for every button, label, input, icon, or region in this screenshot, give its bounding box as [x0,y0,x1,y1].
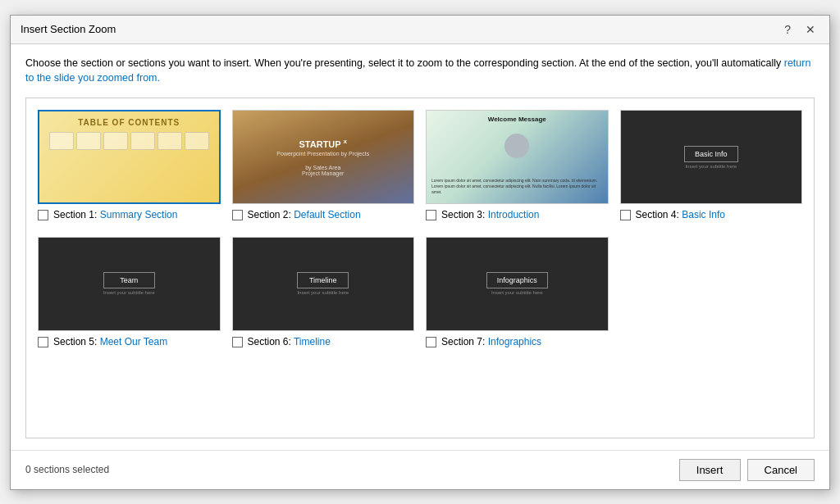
dialog-body: Choose the section or sections you want … [11,44,829,450]
section-item-1[interactable]: TABLE OF CONTENTS [38,110,221,222]
startup-author: by Sales AreaProject Manager [302,165,344,176]
dialog-description: Choose the section or sections you want … [25,56,815,87]
intro-circle [504,134,529,158]
section-thumbnail-6[interactable]: Timeline Insert your subtitle here [232,237,415,331]
section-name-3: Section 3: Introduction [441,209,539,222]
section-name-link-3: Introduction [488,209,540,220]
dialog-titlebar: Insert Section Zoom ? ✕ [11,16,829,44]
toc-box-3 [103,132,128,150]
section-label-row-1: Section 1: Summary Section [38,209,221,222]
section-name-link-5: Meet Our Team [100,336,167,347]
section-name-6: Section 6: Timeline [248,336,331,349]
section-label-row-5: Section 5: Meet Our Team [38,336,221,349]
section-checkbox-2[interactable] [232,210,243,220]
section-checkbox-5[interactable] [38,337,48,347]
intro-text: Lorem ipsum dolor sit amet, consectetur … [431,178,603,195]
section-checkbox-6[interactable] [232,337,243,347]
sections-container: TABLE OF CONTENTS [25,98,815,438]
section-item-3[interactable]: Welcome Message Lorem ipsum dolor sit am… [426,110,609,222]
insert-section-zoom-dialog: Insert Section Zoom ? ✕ Choose the secti… [10,15,830,490]
toc-box-1 [49,132,74,150]
section-label-row-3: Section 3: Introduction [426,209,609,222]
section-label-row-2: Section 2: Default Section [232,209,415,222]
toc-items [49,132,209,150]
section-name-7: Section 7: Infographics [441,336,541,349]
section-item-7[interactable]: Infographics Insert your subtitle here S… [426,237,609,349]
section-label-row-6: Section 6: Timeline [232,336,415,349]
section-name-4: Section 4: Basic Info [636,209,725,222]
section-thumbnail-7[interactable]: Infographics Insert your subtitle here [426,237,609,331]
section-thumbnail-3[interactable]: Welcome Message Lorem ipsum dolor sit am… [426,110,609,204]
section-thumbnail-1[interactable]: TABLE OF CONTENTS [38,110,221,204]
section-thumbnail-4[interactable]: Basic Info Insert your subtitle here [620,110,803,204]
toc-box-5 [158,132,182,150]
section-checkbox-3[interactable] [426,210,436,220]
titlebar-controls: ? ✕ [780,22,819,37]
section-checkbox-1[interactable] [38,210,48,220]
toc-box-2 [76,132,101,150]
insert-button[interactable]: Insert [679,459,741,481]
dialog-title: Insert Section Zoom [21,23,116,35]
intro-thumb: Welcome Message Lorem ipsum dolor sit am… [427,111,608,203]
section-item-2[interactable]: STARTUP x Powerpoint Presentation by Pro… [232,110,415,222]
startup-sub: Powerpoint Presentation by Projects [276,151,369,157]
dark-sub-4: Insert your subtitle here [684,164,738,169]
toc-box-6 [185,132,209,150]
footer-status: 0 sections selected [25,464,109,475]
toc-thumb: TABLE OF CONTENTS [39,111,219,202]
intro-title: Welcome Message [431,116,603,123]
dark-box-6: Timeline [297,272,349,288]
startup-thumb: STARTUP x Powerpoint Presentation by Pro… [233,111,414,203]
dark-box-4: Basic Info [684,146,738,162]
startup-title: STARTUP x [299,138,347,149]
section-name-2: Section 2: Default Section [248,209,361,222]
section-name-1: Section 1: Summary Section [53,209,177,222]
dark-sub-6: Insert your subtitle here [297,290,349,295]
section-item-4[interactable]: Basic Info Insert your subtitle here Sec… [620,110,803,222]
section-label-row-4: Section 4: Basic Info [620,209,803,222]
dark-thumb-4: Basic Info Insert your subtitle here [621,111,802,203]
dark-sub-5: Insert your subtitle here [103,290,155,295]
section-thumbnail-5[interactable]: Team Insert your subtitle here [38,237,221,331]
section-name-5: Section 5: Meet Our Team [53,336,167,349]
dark-box-5: Team [103,272,155,288]
dark-box-7: Infographics [486,272,548,288]
section-checkbox-7[interactable] [426,337,436,347]
section-checkbox-4[interactable] [620,210,631,220]
dialog-footer: 0 sections selected Insert Cancel [11,450,829,489]
toc-title: TABLE OF CONTENTS [78,118,180,127]
dark-thumb-5: Team Insert your subtitle here [39,238,220,330]
section-label-row-7: Section 7: Infographics [426,336,609,349]
section-name-link-6: Timeline [294,336,331,347]
close-button[interactable]: ✕ [801,22,819,37]
description-link: return to the slide you zoomed from. [25,57,810,84]
section-name-link-1: Summary Section [100,209,178,220]
dark-sub-7: Insert your subtitle here [486,290,548,295]
sections-grid: TABLE OF CONTENTS [38,110,802,348]
section-name-link-4: Basic Info [682,209,725,220]
help-button[interactable]: ? [780,22,795,37]
toc-box-4 [130,132,155,150]
section-item-5[interactable]: Team Insert your subtitle here Section 5… [38,237,221,349]
dark-thumb-7: Infographics Insert your subtitle here [427,238,608,330]
section-name-link-7: Infographics [488,336,541,347]
section-name-link-2: Default Section [294,209,360,220]
section-thumbnail-2[interactable]: STARTUP x Powerpoint Presentation by Pro… [232,110,415,204]
section-item-6[interactable]: Timeline Insert your subtitle here Secti… [232,237,415,349]
dark-thumb-6: Timeline Insert your subtitle here [233,238,414,330]
cancel-button[interactable]: Cancel [747,459,815,481]
